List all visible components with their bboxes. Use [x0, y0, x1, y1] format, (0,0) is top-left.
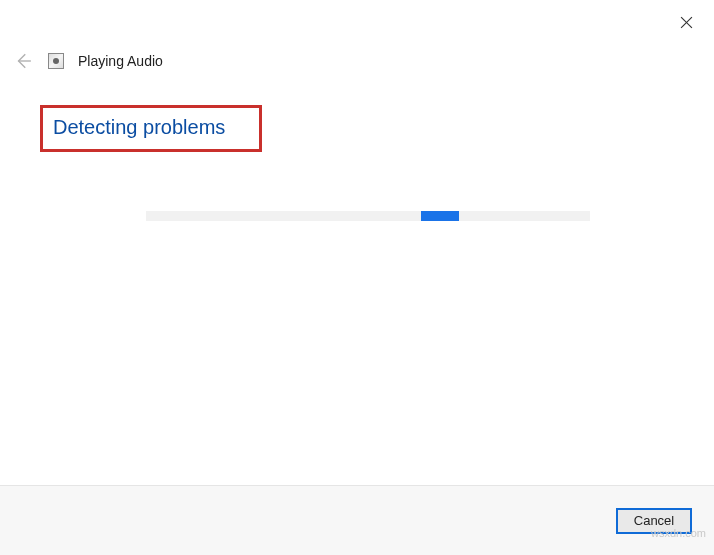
troubleshooter-icon — [48, 53, 64, 69]
close-button[interactable] — [676, 12, 696, 32]
back-arrow-icon — [14, 52, 32, 70]
watermark: wsxdn.com — [651, 527, 706, 539]
dialog-header: Playing Audio — [12, 50, 163, 72]
progress-indicator — [421, 211, 459, 221]
back-button[interactable] — [12, 50, 34, 72]
dialog-title: Playing Audio — [78, 53, 163, 69]
highlighted-heading-box: Detecting problems — [40, 105, 262, 152]
status-heading: Detecting problems — [53, 116, 225, 139]
dialog-footer: Cancel — [0, 485, 714, 555]
progress-bar — [146, 211, 590, 221]
close-icon — [680, 16, 693, 29]
